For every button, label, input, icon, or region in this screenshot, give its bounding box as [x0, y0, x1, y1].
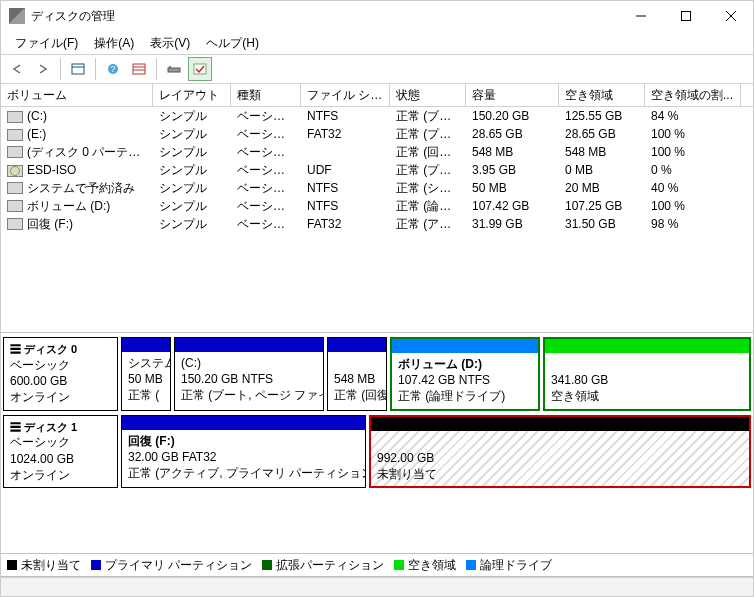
partition[interactable]: (C:)150.20 GB NTFS正常 (ブート, ページ ファイル, ク: [174, 337, 324, 411]
menubar: ファイル(F) 操作(A) 表示(V) ヘルプ(H): [1, 32, 753, 55]
partition[interactable]: 341.80 GB空き領域: [543, 337, 751, 411]
volume-list: ボリューム レイアウト 種類 ファイル システム 状態 容量 空き領域 空き領域…: [1, 84, 753, 333]
titlebar: ディスクの管理: [1, 1, 753, 32]
svg-rect-8: [133, 64, 145, 74]
col-type[interactable]: 種類: [231, 84, 301, 106]
checked-button[interactable]: [188, 57, 212, 81]
table-row[interactable]: (C:)シンプルベーシックNTFS正常 (ブート...150.20 GB125.…: [1, 107, 753, 125]
table-row[interactable]: システムで予約済みシンプルベーシックNTFS正常 (シス...50 MB20 M…: [1, 179, 753, 197]
disk0-partitions: システム50 MB正常 ((C:)150.20 GB NTFS正常 (ブート, …: [118, 337, 751, 411]
legend-free: 空き領域: [394, 557, 456, 574]
window-buttons: [618, 2, 753, 30]
disk0-header: ディスク 0: [24, 343, 77, 355]
disk0-size: 600.00 GB: [10, 373, 111, 389]
disk1-size: 1024.00 GB: [10, 451, 111, 467]
menu-view[interactable]: 表示(V): [142, 33, 198, 53]
disk0-status: オンライン: [10, 389, 111, 405]
disk1-partitions: 回復 (F:)32.00 GB FAT32正常 (アクティブ, プライマリ パー…: [118, 415, 751, 489]
disk-row-1[interactable]: ☰ ディスク 1 ベーシック 1024.00 GB オンライン 回復 (F:)3…: [3, 415, 751, 489]
menu-help[interactable]: ヘルプ(H): [198, 33, 267, 53]
disk-layout-pane[interactable]: ☰ ディスク 0 ベーシック 600.00 GB オンライン システム50 MB…: [1, 333, 753, 554]
table-row[interactable]: ESD-ISOシンプルベーシックUDF正常 (プラ...3.95 GB0 MB0…: [1, 161, 753, 179]
separator-icon: [60, 58, 61, 80]
volume-list-header: ボリューム レイアウト 種類 ファイル システム 状態 容量 空き領域 空き領域…: [1, 84, 753, 107]
col-capacity[interactable]: 容量: [466, 84, 559, 106]
legend-unallocated: 未割り当て: [7, 557, 81, 574]
disk1-type: ベーシック: [10, 434, 111, 450]
help-button[interactable]: ?: [101, 57, 125, 81]
disk-header-icon: ☰: [10, 343, 24, 355]
svg-rect-1: [681, 12, 690, 21]
volume-list-body[interactable]: (C:)シンプルベーシックNTFS正常 (ブート...150.20 GB125.…: [1, 107, 753, 332]
svg-point-12: [169, 66, 171, 68]
partition[interactable]: システム50 MB正常 (: [121, 337, 171, 411]
view-detail-button[interactable]: [162, 57, 186, 81]
separator-icon: [156, 58, 157, 80]
table-row[interactable]: 回復 (F:)シンプルベーシックFAT32正常 (アク...31.99 GB31…: [1, 215, 753, 233]
col-layout[interactable]: レイアウト: [153, 84, 231, 106]
close-button[interactable]: [708, 2, 753, 30]
disk1-status: オンライン: [10, 467, 111, 483]
minimize-button[interactable]: [618, 2, 663, 30]
back-button[interactable]: [5, 57, 29, 81]
forward-button[interactable]: [31, 57, 55, 81]
legend: 未割り当て プライマリ パーティション 拡張パーティション 空き領域 論理ドライ…: [1, 554, 753, 577]
disk1-header: ディスク 1: [24, 421, 77, 433]
legend-logical: 論理ドライブ: [466, 557, 552, 574]
partition[interactable]: 992.00 GB未割り当て: [369, 415, 751, 489]
legend-primary: プライマリ パーティション: [91, 557, 252, 574]
svg-text:?: ?: [110, 64, 115, 74]
legend-extended: 拡張パーティション: [262, 557, 384, 574]
disk-info-0[interactable]: ☰ ディスク 0 ベーシック 600.00 GB オンライン: [3, 337, 118, 411]
col-filesystem[interactable]: ファイル システム: [301, 84, 390, 106]
svg-rect-11: [168, 68, 180, 72]
separator-icon: [95, 58, 96, 80]
disk-management-window: ディスクの管理 ファイル(F) 操作(A) 表示(V) ヘルプ(H) ? ボリュ…: [0, 0, 754, 597]
menu-action[interactable]: 操作(A): [86, 33, 142, 53]
disk-row-0[interactable]: ☰ ディスク 0 ベーシック 600.00 GB オンライン システム50 MB…: [3, 337, 751, 411]
col-free[interactable]: 空き領域: [559, 84, 645, 106]
view-top-button[interactable]: [66, 57, 90, 81]
disk0-type: ベーシック: [10, 357, 111, 373]
partition[interactable]: ボリューム (D:)107.42 GB NTFS正常 (論理ドライブ): [390, 337, 540, 411]
view-list-button[interactable]: [127, 57, 151, 81]
maximize-button[interactable]: [663, 2, 708, 30]
disk-header-icon: ☰: [10, 421, 24, 433]
disk-info-1[interactable]: ☰ ディスク 1 ベーシック 1024.00 GB オンライン: [3, 415, 118, 489]
table-row[interactable]: (ディスク 0 パーティシ...シンプルベーシック正常 (回復...548 MB…: [1, 143, 753, 161]
table-row[interactable]: ボリューム (D:)シンプルベーシックNTFS正常 (論理...107.42 G…: [1, 197, 753, 215]
partition[interactable]: 548 MB正常 (回復パ: [327, 337, 387, 411]
col-percent[interactable]: 空き領域の割...: [645, 84, 741, 106]
svg-rect-4: [72, 64, 84, 74]
app-icon: [9, 8, 25, 24]
menu-file[interactable]: ファイル(F): [7, 33, 86, 53]
toolbar: ?: [1, 55, 753, 84]
table-row[interactable]: (E:)シンプルベーシックFAT32正常 (プラ...28.65 GB28.65…: [1, 125, 753, 143]
col-status[interactable]: 状態: [390, 84, 466, 106]
window-title: ディスクの管理: [31, 8, 618, 25]
partition[interactable]: 回復 (F:)32.00 GB FAT32正常 (アクティブ, プライマリ パー…: [121, 415, 366, 489]
svg-rect-13: [194, 64, 206, 74]
statusbar: [1, 577, 753, 596]
col-volume[interactable]: ボリューム: [1, 84, 153, 106]
